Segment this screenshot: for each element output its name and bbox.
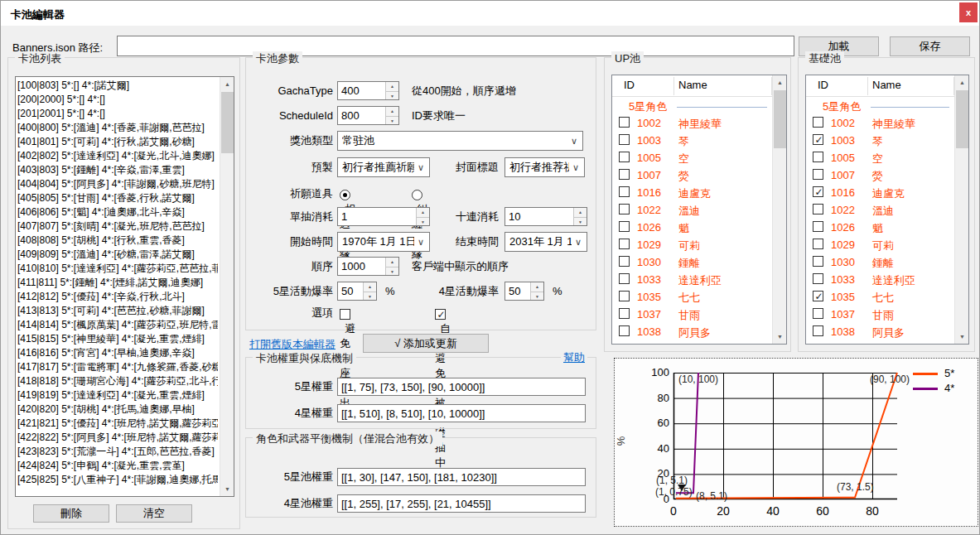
scroll-up-icon[interactable]: ▲ [220, 77, 234, 91]
scheduleid-spinner[interactable]: 800 ▲▼ [337, 106, 399, 125]
table-row[interactable]: 1033 達達利亞 [806, 271, 954, 288]
radio-acquaint-fate[interactable] [340, 190, 350, 200]
close-icon[interactable]: x [959, 2, 978, 22]
table-row[interactable]: 1007 熒 [612, 166, 772, 184]
list-item[interactable]: [415|815] 5*:[神里綾華] 4*:[凝光,重雲,煙緋] [17, 332, 218, 346]
delete-button[interactable]: 刪除 [33, 504, 109, 523]
spin-down-icon[interactable]: ▼ [364, 292, 376, 301]
spin-up-icon[interactable]: ▲ [531, 282, 543, 292]
list-item[interactable]: [406|806] 5*:[魈] 4*:[迪奧娜,北斗,辛焱] [17, 205, 218, 219]
list-scrollbar[interactable]: ▲ ▼ [220, 77, 234, 496]
row-checkbox[interactable] [619, 256, 630, 267]
list-item[interactable]: [402|802] 5*:[達達利亞] 4*:[凝光,北斗,迪奧娜] [17, 149, 218, 163]
row-checkbox[interactable] [813, 134, 823, 145]
table-row[interactable]: 1016 迪盧克 [612, 184, 772, 201]
spin-up-icon[interactable]: ▲ [364, 282, 376, 292]
spin-up-icon[interactable]: ▲ [386, 82, 398, 91]
list-item[interactable]: [414|814] 5*:[楓原萬葉] 4*:[蘿莎莉亞,班尼特,雷澤] [17, 318, 218, 332]
up-pool-table[interactable]: ID Name 5星角色 1002 神里綾華 1003 琴 1005 [611, 75, 787, 345]
row-checkbox[interactable] [813, 308, 823, 319]
list-item[interactable]: [408|808] 5*:[胡桃] 4*:[行秋,重雲,香菱] [17, 234, 218, 248]
table-row[interactable]: 1002 神里綾華 [806, 114, 954, 132]
spin-down-icon[interactable]: ▼ [386, 91, 398, 100]
list-item[interactable]: [411|811] 5*:[鍾離] 4*:[煙緋,諾艾爾,迪奧娜] [17, 276, 218, 290]
table-row[interactable]: 1026 魈 [806, 219, 954, 236]
list-item[interactable]: [400|800] 5*:[溫迪] 4*:[香菱,菲謝爾,芭芭拉] [17, 121, 218, 135]
list-item[interactable]: [412|812] 5*:[優菈] 4*:[辛焱,行秋,北斗] [17, 290, 218, 304]
table-row[interactable]: 1003 琴 [612, 132, 772, 149]
list-item[interactable]: [404|804] 5*:[阿貝多] 4*:[菲謝爾,砂糖,班尼特] [17, 177, 218, 191]
list-item[interactable]: [417|817] 5*:[雷電將軍] 4*:[九條裟羅,香菱,砂糖] [17, 360, 218, 374]
row-checkbox[interactable] [813, 221, 823, 232]
table-row[interactable]: 1022 溫迪 [612, 201, 772, 219]
save-button[interactable]: 保存 [890, 36, 970, 56]
row-checkbox[interactable] [619, 308, 630, 319]
list-item[interactable]: [416|816] 5*:[宵宮] 4*:[早柚,迪奧娜,辛焱] [17, 346, 218, 360]
scroll-up-icon[interactable]: ▲ [773, 75, 787, 89]
row-checkbox[interactable] [619, 239, 630, 249]
base-pool-table[interactable]: ID Name 5星角色 1002 神里綾華 1003 琴 1005 [805, 75, 969, 345]
table-row[interactable]: 1035 七七 [806, 288, 954, 306]
list-item[interactable]: [405|805] 5*:[甘雨] 4*:[香菱,行秋,諾艾爾] [17, 191, 218, 205]
spin-up-icon[interactable]: ▲ [417, 208, 429, 217]
gachatype-spinner[interactable]: 400 ▲▼ [337, 81, 399, 100]
row-checkbox[interactable] [813, 152, 823, 162]
scroll-up-icon[interactable]: ▲ [955, 75, 969, 89]
star5-pool-weight-input[interactable] [337, 468, 586, 486]
list-item[interactable]: [403|803] 5*:[鍾離] 4*:[辛焱,雷澤,重雲] [17, 163, 218, 177]
table-row[interactable]: 1016 迪盧克 [806, 184, 954, 201]
start-time-picker[interactable]: 1970年 1月 1日 ∨ [337, 232, 430, 252]
list-item[interactable]: [419|819] 5*:[達達利亞] 4*:[凝光,重雲,煙緋] [17, 388, 218, 402]
row-checkbox[interactable] [813, 256, 823, 267]
spin-down-icon[interactable]: ▼ [386, 116, 398, 125]
list-item[interactable]: [421|821] 5*:[優菈] 4*:[班尼特,諾艾爾,蘿莎莉亞] [17, 417, 218, 431]
ten-cost-spinner[interactable]: 10 ▲▼ [504, 207, 587, 226]
list-item[interactable]: [200|2000] 5*:[] 4*:[] [17, 93, 218, 107]
table-row[interactable]: 1026 魈 [612, 219, 772, 236]
table-row[interactable]: 1007 熒 [806, 166, 954, 184]
table-row[interactable]: 1035 七七 [612, 288, 772, 306]
spin-down-icon[interactable]: ▼ [531, 292, 543, 301]
row-checkbox[interactable] [813, 169, 823, 180]
table-row[interactable]: 1029 可莉 [612, 236, 772, 253]
star5-weight-input[interactable] [337, 378, 586, 396]
row-checkbox[interactable] [619, 117, 630, 128]
cover-title-select[interactable]: 初行者推荐祈愿 ∨ [504, 157, 585, 177]
spin-up-icon[interactable]: ▲ [386, 258, 398, 267]
list-item[interactable]: [401|801] 5*:[可莉] 4*:[行秋,諾艾爾,砂糖] [17, 135, 218, 149]
row-checkbox[interactable] [813, 273, 823, 284]
path-input[interactable] [117, 36, 794, 56]
scroll-thumb[interactable] [221, 92, 234, 153]
list-item[interactable]: [424|824] 5*:[申鶴] 4*:[凝光,重雲,雲堇] [17, 459, 218, 473]
list-item[interactable]: [423|823] 5*:[荒瀧一斗] 4*:[五郎,芭芭拉,香菱] [17, 445, 218, 459]
table-row[interactable]: 1029 可莉 [806, 236, 954, 253]
help-link[interactable]: 幫助 [561, 350, 587, 365]
list-item[interactable]: [418|818] 5*:[珊瑚宮心海] 4*:[蘿莎莉亞,北斗,行秋] [17, 374, 218, 388]
row-checkbox[interactable] [619, 273, 630, 284]
scroll-thumb[interactable] [774, 90, 786, 148]
list-item[interactable]: [410|810] 5*:[達達利亞] 4*:[蘿莎莉亞,芭芭拉,菲謝爾] [17, 262, 218, 276]
list-item[interactable]: [425|825] 5*:[八重神子] 4*:[菲謝爾,迪奧娜,托馬] [17, 473, 218, 487]
table-row[interactable]: 1002 神里綾華 [612, 114, 772, 132]
radio-intertwined-fate[interactable] [412, 190, 422, 200]
checkbox-avoid-constellation-overflow[interactable] [340, 309, 350, 320]
scroll-down-icon[interactable]: ▼ [773, 330, 787, 344]
star4-pool-weight-input[interactable] [337, 494, 586, 513]
list-item[interactable]: [420|820] 5*:[胡桃] 4*:[托馬,迪奧娜,早柚] [17, 402, 218, 417]
star5-rate-spinner[interactable]: 50 ▲▼ [337, 282, 377, 301]
table-row[interactable]: 1038 阿貝多 [806, 323, 954, 340]
spin-up-icon[interactable]: ▲ [574, 208, 587, 217]
table-row[interactable]: 1003 琴 [806, 132, 954, 149]
list-item[interactable]: [422|822] 5*:[阿貝多] 4*:[班尼特,諾艾爾,蘿莎莉亞] [17, 431, 218, 445]
spin-down-icon[interactable]: ▼ [574, 217, 587, 226]
row-checkbox[interactable] [813, 239, 823, 249]
row-checkbox[interactable] [619, 169, 630, 180]
list-item[interactable]: [407|807] 5*:[刻晴] 4*:[凝光,班尼特,芭芭拉] [17, 219, 218, 234]
spin-up-icon[interactable]: ▲ [386, 107, 398, 116]
table-row[interactable]: 1030 鍾離 [612, 253, 772, 271]
row-checkbox[interactable] [619, 134, 630, 145]
row-checkbox[interactable] [619, 221, 630, 232]
up-pool-scrollbar[interactable]: ▲ ▼ [772, 75, 786, 344]
clear-button[interactable]: 清空 [116, 504, 192, 523]
open-old-editor-link[interactable]: 打開舊版本編輯器 [249, 337, 336, 352]
